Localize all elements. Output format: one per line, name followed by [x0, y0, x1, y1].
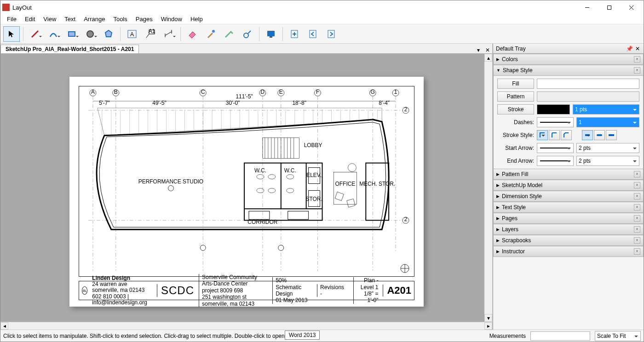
measurements-input[interactable] [530, 331, 590, 341]
panel-pages-close[interactable]: × [634, 215, 640, 222]
rectangle-tool[interactable] [63, 26, 80, 42]
panel-text-close[interactable]: × [634, 204, 640, 211]
tray-close-icon[interactable]: ✕ [634, 46, 641, 52]
panel-pattern-fill[interactable]: ▶Pattern Fill× [493, 169, 644, 180]
start-arrow-pts[interactable]: 2 pts [576, 143, 639, 153]
dimension-tool[interactable] [161, 26, 177, 42]
panel-patternfill-close[interactable]: × [634, 171, 640, 177]
scroll-down-icon[interactable]: ▾ [484, 314, 492, 322]
corner-style-1[interactable] [537, 130, 548, 140]
panel-dimension-style[interactable]: ▶Dimension Style× [493, 191, 644, 202]
maximize-button[interactable] [598, 1, 620, 14]
corner-style-3[interactable] [561, 130, 572, 140]
polygon-tool[interactable] [100, 26, 117, 42]
menu-edit[interactable]: Edit [21, 15, 39, 23]
menu-file[interactable]: File [3, 15, 20, 23]
svg-text:8'-4": 8'-4" [379, 100, 390, 106]
dashes-select[interactable] [537, 117, 574, 127]
style-tool[interactable] [202, 26, 219, 42]
panel-dim-close[interactable]: × [634, 193, 640, 200]
label-tool[interactable]: A1 [142, 26, 159, 42]
tab-close-icon[interactable]: ✕ [484, 47, 491, 53]
cap-style-3[interactable] [606, 130, 617, 140]
add-page-button[interactable] [286, 26, 303, 42]
close-button[interactable] [621, 1, 642, 14]
stroke-color-swatch[interactable] [537, 104, 570, 114]
svg-point-117 [268, 188, 276, 193]
corner-style-2[interactable] [549, 130, 560, 140]
firm-addr1: 24 warren ave somerville, ma 02143 [92, 281, 152, 293]
dash-scale-select[interactable]: 1 [576, 117, 639, 127]
end-arrow-label: End Arrow: [497, 158, 534, 164]
split-tool[interactable] [221, 26, 237, 42]
svg-text:1: 1 [394, 89, 397, 95]
panel-pages[interactable]: ▶Pages× [493, 213, 644, 224]
scroll-left-icon[interactable]: ◂ [0, 322, 8, 330]
svg-rect-19 [267, 31, 275, 36]
line-tool[interactable] [27, 26, 43, 42]
menu-pages[interactable]: Pages [132, 15, 156, 23]
svg-text:A: A [130, 31, 134, 38]
rev1: - [320, 291, 344, 297]
vertical-scrollbar[interactable]: ▴ ▾ [484, 54, 492, 322]
drawing-sheet[interactable]: AB CD EF G1 22 [69, 77, 424, 307]
pattern-swatch[interactable] [537, 91, 639, 102]
issue-set: 50% Schematic Design [276, 277, 312, 297]
shape-style-body: Fill Pattern Stroke 1 pts Dashes: 1 Stro… [493, 76, 644, 169]
text-tool[interactable]: A [124, 26, 140, 42]
panel-instr-close[interactable]: × [634, 248, 640, 255]
circle-tool[interactable] [82, 26, 98, 42]
minimize-button[interactable] [576, 1, 598, 14]
prev-page-button[interactable] [305, 26, 321, 42]
menu-window[interactable]: Window [157, 15, 186, 23]
select-tool[interactable] [3, 26, 20, 42]
tab-menu-icon[interactable]: ▾ [475, 47, 482, 53]
svg-point-16 [212, 30, 215, 33]
fill-button[interactable]: Fill [497, 79, 534, 89]
panel-sumodel-close[interactable]: × [634, 182, 640, 188]
end-arrow-select[interactable] [537, 156, 574, 166]
sheet-number: A201 [383, 285, 411, 296]
pin-icon[interactable]: 📌 [626, 46, 632, 52]
stroke-width-select[interactable]: 1 pts [573, 104, 639, 114]
panel-layers[interactable]: ▶Layers× [493, 224, 644, 235]
zoom-scale-select[interactable]: Scale To Fit [595, 331, 641, 341]
panel-shape-style[interactable]: ▼Shape Style× [493, 65, 644, 76]
panel-text-style[interactable]: ▶Text Style× [493, 202, 644, 213]
document-tab[interactable]: SketchUp Pro_AIA_Real-World_Short2015 - … [0, 45, 139, 53]
next-page-button[interactable] [323, 26, 339, 42]
arc-tool[interactable] [45, 26, 62, 42]
pattern-button[interactable]: Pattern [497, 91, 534, 102]
presentation-tool[interactable] [263, 26, 279, 42]
scroll-right-icon[interactable]: ▸ [484, 322, 492, 330]
menu-text[interactable]: Text [61, 15, 79, 23]
document-tab-row: SketchUp Pro_AIA_Real-World_Short2015 - … [0, 44, 492, 54]
menu-arrange[interactable]: Arrange [80, 15, 109, 23]
stroke-button[interactable]: Stroke [497, 104, 534, 114]
panel-shape-close[interactable]: × [634, 67, 640, 74]
cap-style-1[interactable] [582, 130, 593, 140]
svg-text:30'-0": 30'-0" [226, 100, 240, 106]
cap-style-2[interactable] [594, 130, 605, 140]
panel-instructor[interactable]: ▶Instructor× [493, 246, 644, 257]
document-canvas[interactable]: AB CD EF G1 22 [0, 54, 484, 322]
panel-scrap-close[interactable]: × [634, 237, 640, 244]
panel-colors[interactable]: ▶Colors× [493, 54, 644, 65]
panel-colors-close[interactable]: × [634, 56, 640, 63]
menu-help[interactable]: Help [187, 15, 207, 23]
start-arrow-select[interactable] [537, 143, 574, 153]
join-tool[interactable] [239, 26, 256, 42]
firm-addr2: 602 810 0003 | info@lindendesign.org [92, 294, 152, 306]
menu-tools[interactable]: Tools [109, 15, 131, 23]
end-arrow-pts[interactable]: 2 pts [576, 156, 639, 166]
fill-swatch[interactable] [537, 79, 639, 89]
panel-layers-close[interactable]: × [634, 226, 640, 233]
eraser-tool[interactable] [184, 26, 201, 42]
title-bar: LayOut [0, 0, 644, 14]
menu-view[interactable]: View [40, 15, 60, 23]
panel-scrapbooks[interactable]: ▶Scrapbooks× [493, 235, 644, 246]
horizontal-scrollbar[interactable]: ◂ ▸ [0, 322, 492, 330]
panel-sketchup-model[interactable]: ▶SketchUp Model× [493, 180, 644, 191]
svg-text:D: D [261, 89, 265, 95]
scroll-up-icon[interactable]: ▴ [484, 54, 492, 62]
